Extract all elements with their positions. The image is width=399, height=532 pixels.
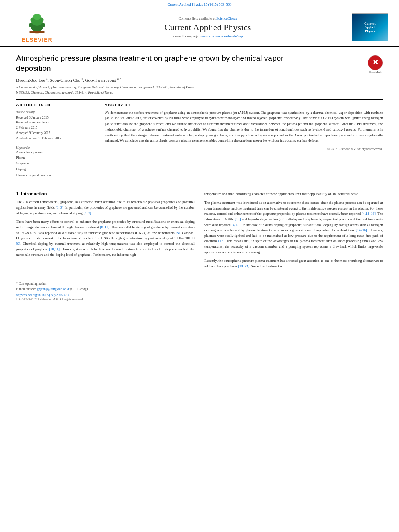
affiliation-b: b SEMES, Cheonan, Chungcheongnam-do 331-… xyxy=(16,90,383,95)
doi-link[interactable]: http://dx.doi.org/10.1016/j.cap.2015.02.… xyxy=(16,293,383,297)
crossmark-area: ✕ CrossMark xyxy=(368,53,383,74)
footer-issn: 1567-1739/© 2015 Elsevier B.V. All right… xyxy=(16,298,84,301)
keyword-5: Chemical vapor deposition xyxy=(16,173,97,178)
journal-header-right: Current Applied Physics xyxy=(346,13,394,41)
received-revised-label: Received in revised form xyxy=(16,120,97,125)
crossmark-label: CrossMark xyxy=(369,70,381,74)
keyword-1: Atmospheric pressure xyxy=(16,150,97,155)
journal-citation-bar: Current Applied Physics 15 (2015) 563–56… xyxy=(0,0,399,8)
footer-bottom: http://dx.doi.org/10.1016/j.cap.2015.02.… xyxy=(16,293,383,301)
sciencedirect-line: Contents lists available at ScienceDirec… xyxy=(69,16,346,21)
keyword-2: Plasma xyxy=(16,155,97,161)
article-content: Atmospheric pressure plasma treatment on… xyxy=(0,47,399,309)
contents-available-text: Contents lists available at xyxy=(179,16,216,21)
ref-12[interactable]: [12] xyxy=(235,217,241,221)
keyword-3: Graphene xyxy=(16,161,97,166)
affiliations: a Department of Nano Applied Engineering… xyxy=(16,85,383,95)
elsevier-logo: ELSEVIER xyxy=(21,12,53,43)
ref-8-11[interactable]: [8–11] xyxy=(100,225,109,229)
author-1: Byeong-Joo Lee a xyxy=(16,78,47,82)
intro-p5: Recently, the atmospheric pressure plasm… xyxy=(204,258,383,269)
article-footer: * Corresponding author. E-mail address: … xyxy=(16,279,383,301)
accepted-date: Accepted 9 February 2015 xyxy=(16,131,97,136)
svg-point-7 xyxy=(33,14,41,20)
abstract-text: We demonstrate the surface treatment of … xyxy=(105,110,383,144)
elsevier-tree-icon xyxy=(21,12,53,36)
crossmark-icon: ✕ xyxy=(368,55,383,70)
journal-citation-text: Current Applied Physics 15 (2015) 563–56… xyxy=(167,2,231,6)
author-3: Goo-Hwan Jeong a, * xyxy=(85,78,121,82)
article-title: Atmospheric pressure plasma treatment on… xyxy=(16,53,290,73)
body-col-left: 1. Introduction The 2-D carbon nanomater… xyxy=(16,191,195,272)
journal-header: ELSEVIER Contents lists available at Sci… xyxy=(0,8,399,47)
article-info-abstract-section: ARTICLE INFO Article history: Received 8… xyxy=(16,99,383,179)
intro-p3: temperature and time-consuming character… xyxy=(204,191,383,197)
ref-8[interactable]: [8] xyxy=(176,231,180,235)
page-container: Current Applied Physics 15 (2015) 563–56… xyxy=(0,0,399,309)
elsevier-brand-text: ELSEVIER xyxy=(21,37,52,43)
ref-4-12-16[interactable]: [4,12–16] xyxy=(362,212,375,216)
svg-rect-8 xyxy=(30,31,45,33)
intro-section-num: 1. xyxy=(16,191,21,196)
article-history-label: Article history: xyxy=(16,110,97,114)
journal-header-left: ELSEVIER xyxy=(5,12,69,43)
sciencedirect-link[interactable]: ScienceDirect xyxy=(216,16,237,21)
received-revised-date: 2 February 2015 xyxy=(16,125,97,131)
author-2: Soon-Cheon Cho b xyxy=(50,78,83,82)
homepage-url[interactable]: www.elsevier.com/locate/cap xyxy=(200,34,243,38)
journal-homepage-line: journal homepage: www.elsevier.com/locat… xyxy=(69,34,346,38)
intro-section-header: 1. Introduction xyxy=(16,191,195,196)
keywords-list: Atmospheric pressure Plasma Graphene Dop… xyxy=(16,150,97,179)
title-row: Atmospheric pressure plasma treatment on… xyxy=(16,53,383,77)
body-two-col: 1. Introduction The 2-D carbon nanomater… xyxy=(16,191,383,272)
intro-p2: There have been many efforts to control … xyxy=(16,219,195,257)
title-area: Atmospheric pressure plasma treatment on… xyxy=(16,53,363,77)
intro-section-title: Introduction xyxy=(21,191,47,196)
authors-line: Byeong-Joo Lee a, Soon-Cheon Cho b, Goo-… xyxy=(16,77,383,82)
ref-10-11[interactable]: [10,11] xyxy=(49,247,60,251)
ref-14-16[interactable]: [14–16] xyxy=(356,228,367,232)
ref-9[interactable]: [9] xyxy=(16,242,20,246)
svg-text:✕: ✕ xyxy=(372,58,378,66)
keywords-section: Keywords: Atmospheric pressure Plasma Gr… xyxy=(16,146,97,179)
abstract-col: ABSTRACT We demonstrate the surface trea… xyxy=(105,103,383,179)
article-dates: Received 8 January 2015 Received in revi… xyxy=(16,115,97,141)
footer-email-suffix: (G.-H. Jeong). xyxy=(70,287,88,291)
keywords-label: Keywords: xyxy=(16,146,97,150)
footer-corresponding: * Corresponding author. xyxy=(16,282,383,286)
intro-p4: The plasma treatment was introduced as a… xyxy=(204,200,383,255)
journal-cover-thumbnail: Current Applied Physics xyxy=(352,13,388,41)
ref-18-23[interactable]: [18–23] xyxy=(238,264,249,268)
copyright-line: © 2015 Elsevier B.V. All rights reserved… xyxy=(105,147,383,151)
ref-1-3[interactable]: [1–3] xyxy=(56,205,63,210)
ref-4-7[interactable]: [4–7] xyxy=(84,211,91,215)
abstract-heading: ABSTRACT xyxy=(105,103,383,107)
received-date: Received 8 January 2015 xyxy=(16,115,97,121)
footer-email[interactable]: ghjeong@kangwon.ac.kr xyxy=(37,287,69,291)
affiliation-a: a Department of Nano Applied Engineering… xyxy=(16,85,383,90)
intro-p1: The 2-D carbon nanomaterial, graphene, h… xyxy=(16,199,195,216)
email-label: E-mail address: xyxy=(16,287,36,291)
journal-header-middle: Contents lists available at ScienceDirec… xyxy=(69,16,346,38)
available-date: Available online 16 February 2015 xyxy=(16,136,97,141)
keyword-4: Doping xyxy=(16,167,97,173)
ref-17[interactable]: [17] xyxy=(218,239,224,243)
corresponding-label: * Corresponding author. xyxy=(16,282,47,286)
article-info-col: ARTICLE INFO Article history: Received 8… xyxy=(16,103,97,179)
cover-title-text: Current Applied Physics xyxy=(364,22,376,33)
article-info-heading: ARTICLE INFO xyxy=(16,103,97,107)
ref-4-13[interactable]: [4,13] xyxy=(232,223,240,227)
journal-title: Current Applied Physics xyxy=(69,22,346,33)
homepage-label: journal homepage: xyxy=(173,34,200,38)
footer-email-line: E-mail address: ghjeong@kangwon.ac.kr (G… xyxy=(16,287,383,291)
body-col-right: temperature and time-consuming character… xyxy=(204,191,383,272)
body-divider xyxy=(16,185,383,185)
